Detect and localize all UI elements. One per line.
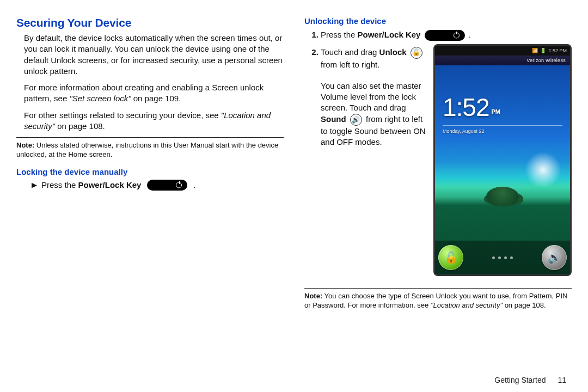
wallpaper: 1:52 PM Monday, August 22 🔓 🔊 <box>435 65 570 274</box>
crossref-set-screen-lock: "Set screen lock" <box>69 94 131 103</box>
wallpaper-island <box>486 187 519 206</box>
signal-icon: 📶 <box>532 47 538 54</box>
footer-section: Getting Started <box>494 376 546 384</box>
text: on page 108. <box>503 301 546 309</box>
locking-step: ▶ Press the Power/Lock Key . <box>16 180 284 191</box>
lockscreen-clock: 1:52 PM <box>443 95 500 120</box>
text: For other settings related to securing y… <box>24 111 221 120</box>
text: You can also set the master Volume level… <box>321 81 421 113</box>
subheading-locking: Locking the device manually <box>16 167 284 176</box>
manual-page: Securing Your Device By default, the dev… <box>0 0 588 316</box>
status-bar: 📶 🔋 1:52 PM <box>435 46 570 56</box>
text: on page 109. <box>131 94 181 103</box>
note-block-left: Note: Unless stated otherwise, instructi… <box>16 137 284 160</box>
text: on page 108. <box>55 121 105 131</box>
intro-paragraph-2: For more information about creating and … <box>24 82 284 105</box>
section-title: Securing Your Device <box>16 16 284 29</box>
clock-time: 1:52 <box>443 95 489 120</box>
text: from left to right. <box>321 60 379 69</box>
sound-slider-icon: 🔊 <box>542 245 567 270</box>
note-body: You can choose the type of Screen Unlock… <box>304 292 567 309</box>
text: . <box>467 30 471 39</box>
clock-ampm: PM <box>492 108 501 120</box>
text: . <box>193 180 195 189</box>
sound-label: Sound <box>321 114 346 124</box>
note-label: Note: <box>16 141 34 149</box>
lock-dock: 🔓 🔊 <box>435 241 570 274</box>
step-1: Press the Power/Lock Key . <box>321 29 572 41</box>
intro-paragraph-3: For other settings related to securing y… <box>24 110 284 132</box>
step-arrow-icon: ▶ <box>32 181 37 189</box>
phone-screenshot: 📶 🔋 1:52 PM Verizon Wireless 1:52 PM Mon… <box>433 44 572 276</box>
intro-block: By default, the device locks automatical… <box>16 33 284 132</box>
unlock-icon: 🔓 <box>411 47 422 59</box>
footer-page-number: 11 <box>558 376 566 384</box>
power-lock-key-icon <box>147 180 187 191</box>
dock-dots <box>492 256 513 259</box>
volume-instruction: You can also set the master Volume level… <box>321 81 426 148</box>
step-2: Touch and drag Unlock 🔓 from left to rig… <box>321 44 572 276</box>
unlock-slider-icon: 🔓 <box>438 245 463 270</box>
carrier-label: Verizon Wireless <box>435 56 570 65</box>
power-lock-key-icon <box>425 30 465 41</box>
left-column: Securing Your Device By default, the dev… <box>16 16 284 310</box>
page-footer: Getting Started 11 <box>494 376 566 384</box>
subheading-unlocking: Unlocking the device <box>304 16 572 26</box>
sound-icon: 🔊 <box>350 114 362 126</box>
note-label: Note: <box>304 292 322 300</box>
power-lock-key-label: Power/Lock Key <box>358 30 421 39</box>
crossref-location-security: "Location and security" <box>431 301 503 309</box>
right-column: Unlocking the device Press the Power/Loc… <box>304 16 572 310</box>
intro-paragraph-1: By default, the device locks automatical… <box>24 33 284 77</box>
note-block-right: Note: You can choose the type of Screen … <box>304 288 572 310</box>
text: Touch and drag <box>321 47 379 57</box>
note-body: Unless stated otherwise, instructions in… <box>16 141 278 158</box>
status-time: 1:52 PM <box>548 47 567 54</box>
power-lock-key-label: Power/Lock Key <box>78 180 142 189</box>
lockscreen-date: Monday, August 22 <box>443 125 562 135</box>
battery-icon: 🔋 <box>540 47 546 54</box>
text: Press the <box>41 180 78 189</box>
step-2-text: Touch and drag Unlock 🔓 from left to rig… <box>321 44 426 276</box>
unlocking-steps: Press the Power/Lock Key . Touch and dra… <box>304 29 572 276</box>
step-text: Press the Power/Lock Key <box>41 180 141 189</box>
unlock-label: Unlock <box>379 47 407 57</box>
text: Press the <box>321 30 358 39</box>
